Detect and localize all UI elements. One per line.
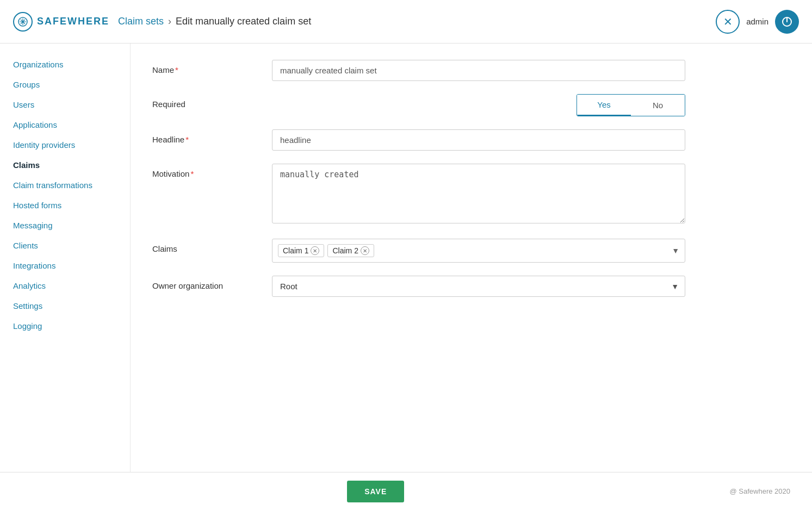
- sidebar-item-hosted-forms[interactable]: Hosted forms: [0, 195, 130, 215]
- logo: SAFEWHERE: [13, 12, 109, 32]
- name-required-star: *: [175, 65, 178, 74]
- headline-input[interactable]: [272, 129, 685, 151]
- sidebar-item-applications[interactable]: Applications: [0, 115, 130, 135]
- motivation-field: manually created: [272, 164, 685, 226]
- logo-icon: [13, 12, 33, 32]
- owner-org-select-wrapper: Root ▼: [272, 276, 685, 297]
- sidebar-item-organizations[interactable]: Organizations: [0, 54, 130, 74]
- header: SAFEWHERE Claim sets › Edit manually cre…: [0, 0, 812, 43]
- save-button[interactable]: SAVE: [347, 481, 404, 502]
- owner-org-row: Owner organization Root ▼: [152, 276, 790, 297]
- close-icon: ✕: [723, 15, 733, 28]
- required-row: Required Yes No: [152, 94, 790, 116]
- headline-label: Headline*: [152, 129, 272, 144]
- sidebar-item-claim-transformations[interactable]: Claim transformations: [0, 175, 130, 195]
- sidebar-item-identity-providers[interactable]: Identity providers: [0, 135, 130, 155]
- admin-label: admin: [746, 17, 768, 26]
- name-input[interactable]: [272, 60, 685, 81]
- sidebar-item-users[interactable]: Users: [0, 95, 130, 115]
- owner-org-field: Root ▼: [272, 276, 685, 297]
- sidebar-item-clients[interactable]: Clients: [0, 235, 130, 256]
- header-left: SAFEWHERE Claim sets › Edit manually cre…: [13, 12, 311, 32]
- motivation-textarea[interactable]: manually created: [272, 164, 685, 223]
- sidebar-item-settings[interactable]: Settings: [0, 296, 130, 316]
- motivation-label: Motivation*: [152, 164, 272, 178]
- breadcrumb-link[interactable]: Claim sets: [118, 16, 164, 27]
- claim-tag-1-remove[interactable]: ✕: [311, 246, 319, 255]
- copyright-text: @ Safewhere 2020: [730, 487, 791, 495]
- breadcrumb: Claim sets › Edit manually created claim…: [118, 16, 311, 27]
- sidebar-item-messaging[interactable]: Messaging: [0, 215, 130, 235]
- no-button[interactable]: No: [631, 95, 685, 116]
- claims-label: Claims: [152, 239, 272, 253]
- layout: Organizations Groups Users Applications …: [0, 43, 812, 510]
- breadcrumb-current: Edit manually created claim set: [176, 16, 311, 27]
- claim-tag-2: Claim 2 ✕: [327, 244, 374, 257]
- logo-text: SAFEWHERE: [37, 16, 109, 27]
- motivation-row: Motivation* manually created: [152, 164, 790, 226]
- sidebar-item-groups[interactable]: Groups: [0, 74, 130, 95]
- name-row: Name*: [152, 60, 790, 81]
- sidebar-nav: Organizations Groups Users Applications …: [0, 54, 130, 336]
- claims-dropdown-arrow: ▼: [672, 246, 679, 255]
- claim-tag-2-label: Claim 2: [332, 246, 358, 255]
- claim-tag-2-remove[interactable]: ✕: [361, 246, 369, 255]
- sidebar-item-claims[interactable]: Claims: [0, 155, 130, 175]
- name-label: Name*: [152, 60, 272, 74]
- claim-tag-1-label: Claim 1: [283, 246, 308, 255]
- page-footer: SAVE @ Safewhere 2020: [0, 472, 812, 510]
- name-field: [272, 60, 685, 81]
- breadcrumb-separator: ›: [168, 16, 171, 27]
- headline-row: Headline*: [152, 129, 790, 151]
- required-toggle-group: Yes No: [577, 94, 685, 116]
- owner-org-select[interactable]: Root: [272, 276, 685, 297]
- power-button[interactable]: [775, 10, 799, 34]
- headline-field: [272, 129, 685, 151]
- close-button[interactable]: ✕: [716, 10, 740, 34]
- main-content: Name* Required Yes No Headline*: [131, 43, 812, 510]
- required-label: Required: [152, 94, 272, 109]
- claims-multiselect[interactable]: Claim 1 ✕ Claim 2 ✕ ▼: [272, 239, 685, 263]
- motivation-required-star: *: [190, 169, 194, 178]
- claim-tag-1: Claim 1 ✕: [278, 244, 324, 257]
- power-icon: [781, 16, 793, 28]
- required-field: Yes No: [272, 94, 685, 116]
- sidebar: Organizations Groups Users Applications …: [0, 43, 131, 510]
- sidebar-item-analytics[interactable]: Analytics: [0, 276, 130, 296]
- claims-field: Claim 1 ✕ Claim 2 ✕ ▼: [272, 239, 685, 263]
- sidebar-item-integrations[interactable]: Integrations: [0, 256, 130, 276]
- headline-required-star: *: [185, 135, 189, 144]
- sidebar-item-logging[interactable]: Logging: [0, 316, 130, 336]
- claims-row: Claims Claim 1 ✕ Claim 2 ✕ ▼: [152, 239, 790, 263]
- yes-button[interactable]: Yes: [577, 95, 631, 116]
- owner-org-label: Owner organization: [152, 276, 272, 290]
- header-right: ✕ admin: [716, 10, 799, 34]
